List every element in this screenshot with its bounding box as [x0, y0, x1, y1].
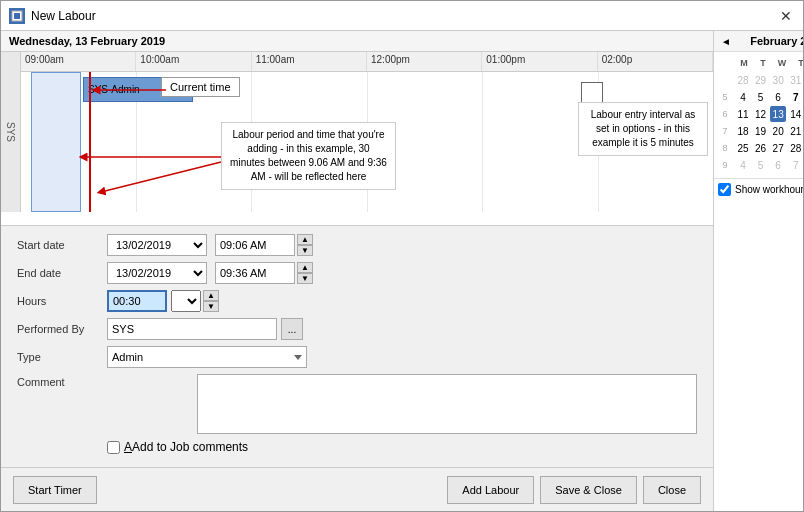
cal-day[interactable]: 21 — [788, 123, 803, 139]
hours-label: Hours — [17, 295, 107, 307]
hours-row: Hours ▲ ▼ — [17, 290, 697, 312]
add-to-job-checkbox[interactable] — [107, 441, 120, 454]
cal-day[interactable]: 6 — [770, 89, 786, 105]
event-label: SYS-Admin — [88, 84, 140, 95]
cal-week-num-2: 6 — [718, 106, 732, 122]
cal-day[interactable]: 18 — [735, 123, 751, 139]
cal-day[interactable]: 14 — [788, 106, 803, 122]
cal-day[interactable]: 12 — [753, 106, 769, 122]
cal-day[interactable]: 11 — [735, 106, 751, 122]
cal-day[interactable]: 5 — [753, 89, 769, 105]
type-row: Type Admin — [17, 346, 697, 368]
date-header: Wednesday, 13 February 2019 — [1, 31, 713, 52]
cal-week-3: 718192021222324 — [718, 123, 803, 139]
mini-calendar: ◄ February 2019 ► M T W T F S S 2829 — [713, 31, 803, 511]
time-ruler: 09:00am 10:00am 11:00am 12:00pm 01:00pm … — [21, 52, 713, 72]
end-time-up[interactable]: ▲ — [297, 262, 313, 273]
start-time-spinner: ▲ ▼ — [297, 234, 313, 256]
cal-day[interactable]: 26 — [753, 140, 769, 156]
labour-interval-annotation: Labour entry interval as set in options … — [578, 102, 708, 156]
timeline-canvas[interactable]: 09:00am 10:00am 11:00am 12:00pm 01:00pm … — [21, 52, 713, 212]
cal-prev-button[interactable]: ◄ — [718, 33, 734, 49]
cal-dow-w: W — [773, 56, 791, 70]
start-time-up[interactable]: ▲ — [297, 234, 313, 245]
cal-day[interactable]: 30 — [770, 72, 786, 88]
hours-up[interactable]: ▲ — [203, 290, 219, 301]
time-mark-1: 09:00am — [21, 52, 136, 71]
type-select[interactable]: Admin — [107, 346, 307, 368]
start-time-down[interactable]: ▼ — [297, 245, 313, 256]
cal-week-spacer — [718, 56, 732, 70]
labour-period-annotation: Labour period and time that you're addin… — [221, 122, 396, 190]
hours-spinner: ▲ ▼ — [203, 290, 219, 312]
title-bar-left: New Labour — [9, 8, 96, 24]
cal-day[interactable]: 29 — [753, 72, 769, 88]
cal-day[interactable]: 27 — [770, 140, 786, 156]
close-window-button[interactable]: ✕ — [777, 7, 795, 25]
sys-label: SYS — [1, 52, 21, 212]
end-time-down[interactable]: ▼ — [297, 273, 313, 284]
start-timer-button[interactable]: Start Timer — [13, 476, 97, 504]
cal-day[interactable]: 13 — [770, 106, 786, 122]
performed-by-row: Performed By ... — [17, 318, 697, 340]
performed-by-browse-button[interactable]: ... — [281, 318, 303, 340]
type-label: Type — [17, 351, 107, 363]
cal-week-num-4: 8 — [718, 140, 732, 156]
app-icon — [9, 8, 25, 24]
add-to-job-row: AAdd to Job comments — [107, 440, 697, 454]
hours-down[interactable]: ▼ — [203, 301, 219, 312]
cal-day[interactable]: 25 — [735, 140, 751, 156]
timeline-body: SYS-Admin Current time — [21, 72, 713, 212]
cal-day[interactable]: 20 — [770, 123, 786, 139]
cal-week-5: 945678910 — [718, 157, 803, 173]
main-window: New Labour ✕ Wednesday, 13 February 2019… — [0, 0, 804, 512]
button-bar: Start Timer Add Labour Save & Close Clos… — [1, 467, 713, 511]
cal-day[interactable]: 6 — [770, 157, 786, 173]
cal-day[interactable]: 19 — [753, 123, 769, 139]
cal-day[interactable]: 7 — [788, 157, 803, 173]
labour-interval-text: Labour entry interval as set in options … — [591, 109, 696, 148]
comment-input[interactable] — [197, 374, 697, 434]
time-mark-5: 01:00pm — [482, 52, 597, 71]
cal-day[interactable]: 28 — [788, 140, 803, 156]
end-time-spinner: ▲ ▼ — [297, 262, 313, 284]
cal-dow-t1: T — [754, 56, 772, 70]
close-button[interactable]: Close — [643, 476, 701, 504]
highlight-region — [31, 72, 81, 212]
cal-day[interactable]: 5 — [753, 157, 769, 173]
cal-week-num-0 — [718, 72, 732, 88]
time-mark-2: 10:00am — [136, 52, 251, 71]
cal-day[interactable]: 28 — [735, 72, 751, 88]
add-labour-button[interactable]: Add Labour — [447, 476, 534, 504]
cal-week-1: 545678910 — [718, 89, 803, 105]
cal-dow-t2: T — [792, 56, 803, 70]
start-time-input[interactable] — [215, 234, 295, 256]
workhours-row: Show workhours only — [714, 178, 803, 200]
labour-period-text: Labour period and time that you're addin… — [230, 129, 387, 182]
workhours-checkbox[interactable] — [718, 183, 731, 196]
cal-week-2: 611121314151617 — [718, 106, 803, 122]
cal-weeks: 2829303112354567891061112131415161771819… — [718, 72, 803, 173]
cal-week-num-3: 7 — [718, 123, 732, 139]
add-to-job-label: AAdd to Job comments — [124, 440, 248, 454]
cal-dow-m: M — [735, 56, 753, 70]
main-area: Wednesday, 13 February 2019 SYS 09:00am … — [1, 31, 713, 511]
performed-by-input[interactable] — [107, 318, 277, 340]
title-bar: New Labour ✕ — [1, 1, 803, 31]
end-date-input[interactable]: 13/02/2019 — [107, 262, 207, 284]
cal-day[interactable]: 4 — [735, 89, 751, 105]
comment-label: Comment — [17, 374, 107, 388]
cal-day[interactable]: 7 — [788, 89, 803, 105]
cal-week-num-5: 9 — [718, 157, 732, 173]
cal-week-4: 825262728123 — [718, 140, 803, 156]
start-date-row: Start date 13/02/2019 ▲ ▼ — [17, 234, 697, 256]
start-date-input[interactable]: 13/02/2019 — [107, 234, 207, 256]
right-buttons: Add Labour Save & Close Close — [447, 476, 701, 504]
cal-day[interactable]: 4 — [735, 157, 751, 173]
end-time-input[interactable] — [215, 262, 295, 284]
save-close-button[interactable]: Save & Close — [540, 476, 637, 504]
cal-week-0: 28293031123 — [718, 72, 803, 88]
hours-dropdown[interactable] — [171, 290, 201, 312]
hours-input[interactable] — [107, 290, 167, 312]
cal-day[interactable]: 31 — [788, 72, 803, 88]
